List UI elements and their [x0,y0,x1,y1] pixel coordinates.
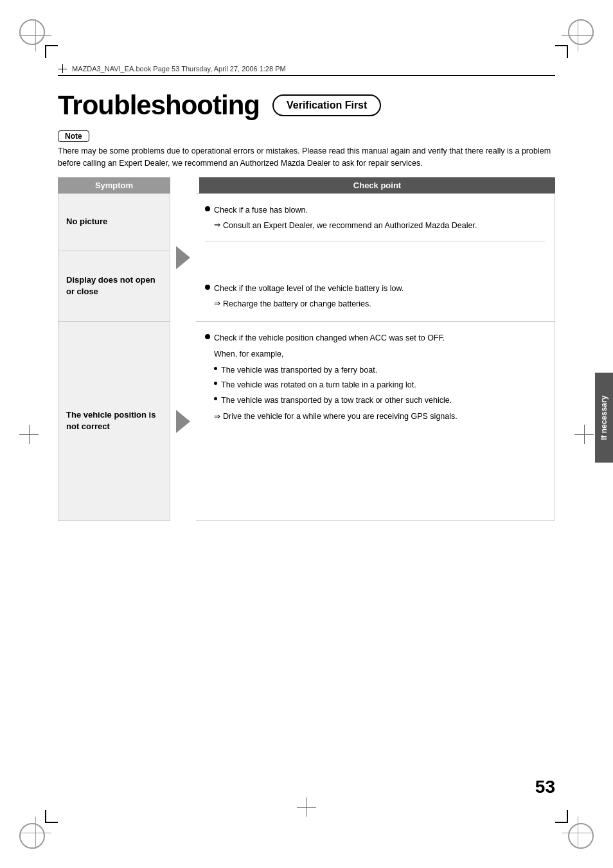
sub-arrow-icon-2: ⇒ [214,297,220,310]
when-example-text: When, for example, [214,350,283,359]
checkpoint-voltage-text: Check if the voltage level of the vehicl… [214,282,404,295]
arrow-cell-vehicle [170,322,196,521]
crosshair-header-icon [58,64,67,73]
sub-item-recharge: ⇒ Recharge the battery or change batteri… [205,297,546,310]
bracket-tl [45,45,58,58]
header-bar: MAZDA3_NAVI_EA.book Page 53 Thursday, Ap… [58,64,555,76]
bullet-ferry: The vehicle was transported by a ferry b… [205,364,546,377]
side-crosshair-bottom [297,797,316,817]
symptom-cell-display: Display does not open or close [58,251,170,322]
side-crosshair-right [574,425,594,444]
bullet-ferry-text: The vehicle was transported by a ferry b… [221,364,377,377]
sub-gps-text: Drive the vehicle for a while where you … [223,410,458,423]
th-symptom: Symptom [58,177,170,193]
checkpoint-item-fuse: Check if a fuse has blown. [205,204,546,217]
note-text: There may be some problems due to operat… [58,145,555,170]
sub-dealer-text: Consult an Expert Dealer, we recommend a… [223,219,477,232]
combined-rows: No picture Display does not open or clos… [58,193,555,322]
checkpoint-item-acc: Check if the vehicle position changed wh… [205,332,546,345]
file-info: MAZDA3_NAVI_EA.book Page 53 Thursday, Ap… [72,65,286,73]
table-body: No picture Display does not open or clos… [58,193,555,521]
sub-arrow-icon: ⇒ [214,219,220,231]
checkpoint-cell-vehicle: Check if the vehicle position changed wh… [196,322,555,521]
bullet-dot-turntable [214,382,217,385]
th-checkpoint: Check point [199,177,555,193]
arrow-right-icon-top [176,246,190,269]
page-number: 53 [535,777,555,797]
checkpoint-item-voltage: Check if the voltage level of the vehicl… [205,282,546,295]
th-spacer [170,177,196,193]
symptom-column: No picture Display does not open or clos… [58,193,170,322]
checkpoint-bottom: Check if the voltage level of the vehicl… [205,274,546,312]
symptom-text-display: Display does not open or close [66,274,162,297]
side-crosshair-left [19,425,39,444]
sub-recharge-text: Recharge the battery or change batteries… [223,297,371,310]
bracket-bl [45,810,58,823]
bullet-circle-acc [205,334,210,339]
verification-badge: Verification First [272,94,381,116]
side-tab: If necessary [595,373,613,463]
combined-checkpoint-cell: Check if a fuse has blown. ⇒ Consult an … [196,193,555,322]
when-example: When, for example, [205,348,546,361]
checkpoint-acc-text: Check if the vehicle position changed wh… [214,332,445,345]
bullet-turntable: The vehicle was rotated on a turn table … [205,378,546,392]
main-content: Troubleshooting Verification First Note … [58,84,555,521]
arrow-right-icon-vehicle [176,410,190,433]
sub-item-dealer: ⇒ Consult an Expert Dealer, we recommend… [205,219,546,232]
symptom-text-no-picture: No picture [66,216,107,227]
page-wrapper: MAZDA3_NAVI_EA.book Page 53 Thursday, Ap… [0,0,613,868]
bullet-dot-ferry [214,367,217,370]
page-title: Troubleshooting [58,90,260,121]
bullet-circle-fuse [205,206,210,211]
checkpoint-fuse-text: Check if a fuse has blown. [214,204,308,217]
sub-item-gps: ⇒ Drive the vehicle for a while where yo… [205,410,546,423]
bullet-turntable-text: The vehicle was rotated on a turn table … [221,378,416,392]
bracket-tr [555,45,568,58]
symptom-cell-no-picture: No picture [58,193,170,251]
symptom-cell-vehicle: The vehicle position is not correct [58,322,170,521]
sub-arrow-gps: ⇒ [214,410,220,423]
note-box: Note There may be some problems due to o… [58,130,555,170]
title-area: Troubleshooting Verification First [58,90,555,121]
symptom-text-vehicle: The vehicle position is not correct [66,409,162,432]
note-label: Note [58,130,89,142]
table-header: Symptom Check point [58,177,555,193]
arrow-cell-top [170,193,196,322]
bullet-dot-tow [214,397,217,400]
bracket-br [555,810,568,823]
bullet-tow: The vehicle was transported by a tow tra… [205,394,546,407]
bullet-circle-voltage [205,285,210,290]
checkpoint-top: Check if a fuse has blown. ⇒ Consult an … [205,204,546,242]
vehicle-row: The vehicle position is not correct Chec… [58,322,555,521]
bullet-tow-text: The vehicle was transported by a tow tra… [221,394,452,407]
